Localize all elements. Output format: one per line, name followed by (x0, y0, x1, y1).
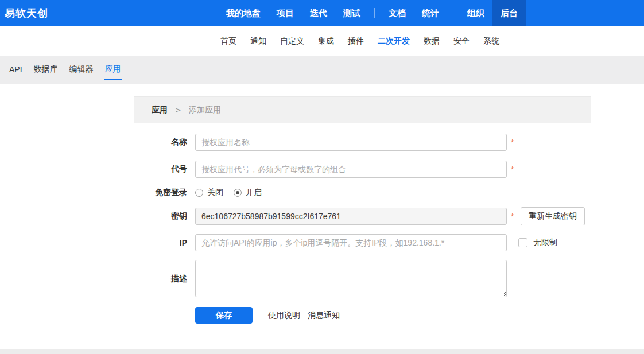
name-label: 名称 (134, 137, 187, 147)
menu-item-system[interactable]: 系统 (476, 36, 506, 46)
top-nav: 我的地盘 项目 迭代 测试 文档 统计 组织 后台 (218, 0, 644, 26)
footer-strip (0, 349, 644, 354)
usage-guide-link[interactable]: 使用说明 (268, 310, 300, 321)
desc-label: 描述 (134, 274, 187, 284)
form-row-ip: IP 无限制 (134, 234, 591, 251)
nav-divider (453, 8, 453, 18)
menu-item-plugin[interactable]: 插件 (341, 36, 371, 46)
breadcrumb-parent[interactable]: 应用 (152, 105, 168, 115)
admin-menubar: 首页 通知 自定义 集成 插件 二次开发 数据 安全 系统 (0, 26, 644, 56)
sub-tabsbar: API 数据库 编辑器 应用 (0, 56, 644, 84)
form-row-code: 代号 * (134, 161, 591, 178)
topnav-item-iteration[interactable]: 迭代 (302, 0, 335, 26)
required-asterisk: * (511, 165, 515, 174)
topnav-item-project[interactable]: 项目 (269, 0, 302, 26)
radio-on[interactable] (234, 189, 242, 197)
topnav-item-my[interactable]: 我的地盘 (218, 0, 269, 26)
unlimited-checkbox-label[interactable]: 无限制 (533, 238, 557, 248)
breadcrumb: 应用 > 添加应用 (134, 97, 591, 123)
topnav-item-org[interactable]: 组织 (459, 0, 492, 26)
add-application-panel: 应用 > 添加应用 名称 * 代号 * 免密登录 关闭 (134, 96, 591, 337)
message-notify-link[interactable]: 消息通知 (308, 310, 340, 321)
required-asterisk: * (511, 212, 515, 221)
radio-off-label[interactable]: 关闭 (207, 188, 223, 198)
form-row-free-login: 免密登录 关闭 开启 (134, 188, 591, 198)
radio-on-label[interactable]: 开启 (246, 188, 262, 198)
code-input[interactable] (195, 161, 507, 178)
tab-application[interactable]: 应用 (104, 60, 122, 80)
regenerate-secret-button[interactable]: 重新生成密钥 (521, 207, 585, 225)
ip-input[interactable] (195, 234, 507, 251)
topnav-item-stats[interactable]: 统计 (414, 0, 447, 26)
secret-input[interactable] (195, 208, 507, 225)
menu-item-notice[interactable]: 通知 (243, 36, 273, 46)
name-input[interactable] (195, 134, 507, 151)
required-asterisk: * (511, 138, 515, 147)
ip-label: IP (134, 238, 187, 247)
breadcrumb-separator-icon: > (175, 106, 181, 114)
topnav-item-test[interactable]: 测试 (335, 0, 368, 26)
radio-off[interactable] (195, 189, 203, 197)
description-textarea[interactable] (195, 260, 507, 297)
form-actions: 保存 使用说明 消息通知 (134, 307, 591, 324)
breadcrumb-current: 添加应用 (189, 105, 221, 115)
menu-item-custom[interactable]: 自定义 (273, 36, 311, 46)
secret-label: 密钥 (134, 211, 187, 221)
form-row-name: 名称 * (134, 134, 591, 151)
tab-editor[interactable]: 编辑器 (69, 60, 94, 80)
menu-item-integration[interactable]: 集成 (311, 36, 341, 46)
application-form: 名称 * 代号 * 免密登录 关闭 开启 密钥 (134, 123, 591, 324)
menu-item-home[interactable]: 首页 (214, 36, 243, 46)
menu-item-security[interactable]: 安全 (447, 36, 476, 46)
tab-database[interactable]: 数据库 (33, 60, 59, 80)
topnav-item-admin[interactable]: 后台 (492, 0, 526, 26)
code-label: 代号 (134, 164, 187, 174)
form-row-secret: 密钥 * 重新生成密钥 (134, 207, 591, 225)
free-login-label: 免密登录 (134, 188, 187, 198)
save-button[interactable]: 保存 (195, 307, 253, 324)
tab-api[interactable]: API (9, 61, 23, 79)
menu-item-dev[interactable]: 二次开发 (371, 36, 417, 46)
form-row-desc: 描述 (134, 260, 591, 297)
menu-item-data[interactable]: 数据 (417, 36, 447, 46)
topbar: 易软天创 我的地盘 项目 迭代 测试 文档 统计 组织 后台 (0, 0, 644, 26)
brand-logo: 易软天创 (0, 0, 48, 26)
unlimited-checkbox[interactable] (518, 238, 527, 247)
nav-divider (374, 8, 375, 18)
topnav-item-doc[interactable]: 文档 (381, 0, 414, 26)
